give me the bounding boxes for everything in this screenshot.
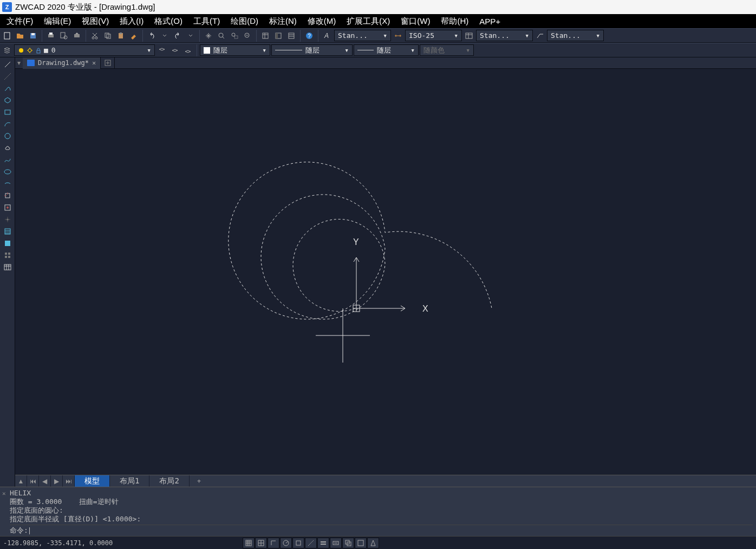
paste-button[interactable] — [115, 30, 127, 42]
otrack-toggle[interactable] — [305, 538, 317, 548]
gradient-tool[interactable] — [2, 237, 14, 249]
undo-button[interactable] — [146, 30, 158, 42]
layout1-tab[interactable]: 布局1 — [110, 475, 149, 487]
layer-previous-button[interactable] — [156, 44, 168, 56]
tab-last-button[interactable]: ⏭ — [63, 475, 75, 487]
hatch-tool[interactable] — [2, 225, 14, 237]
menu-file[interactable]: 文件(F) — [1, 15, 38, 28]
menu-window[interactable]: 窗口(W) — [395, 15, 435, 28]
arc-tool[interactable] — [2, 118, 14, 130]
drawing-canvas[interactable]: X Y — [15, 69, 756, 475]
layer-state-button[interactable] — [182, 44, 194, 56]
properties-button[interactable] — [259, 30, 271, 42]
lwt-toggle[interactable] — [317, 538, 329, 548]
menu-edit[interactable]: 编辑(E) — [38, 15, 76, 28]
dim-style-dropdown[interactable]: ISO-25 ▾ — [405, 30, 462, 41]
menu-dimension[interactable]: 标注(N) — [264, 15, 302, 28]
redo-button[interactable] — [172, 30, 184, 42]
add-layout-button[interactable]: + — [190, 475, 208, 487]
tab-prev-button[interactable]: ◀ — [39, 475, 51, 487]
insert-block-tool[interactable] — [2, 190, 14, 201]
document-tab[interactable]: Drawing1.dwg* ✕ — [23, 57, 101, 69]
table-tool[interactable] — [2, 261, 14, 273]
redo-dropdown[interactable] — [185, 30, 197, 42]
ellipse-arc-tool[interactable] — [2, 178, 14, 189]
revcloud-tool[interactable] — [2, 142, 14, 153]
layout-tab-bar: ▲ ⏮ ◀ ▶ ⏭ 模型 布局1 布局2 + — [15, 475, 756, 487]
table-style-dropdown[interactable]: Stan... ▾ — [476, 30, 533, 41]
layout2-tab[interactable]: 布局2 — [149, 475, 189, 487]
color-dropdown[interactable]: 随层 ▾ — [200, 44, 270, 56]
cycle-toggle[interactable] — [342, 538, 354, 548]
xline-tool[interactable] — [2, 70, 14, 82]
publish-button[interactable] — [71, 30, 83, 42]
new-tab-button[interactable] — [101, 57, 115, 69]
layer-manager-button[interactable] — [1, 44, 13, 56]
polygon-tool[interactable] — [2, 94, 14, 106]
matchprop-button[interactable] — [128, 30, 140, 42]
mleader-style-dropdown[interactable]: Stan... ▾ — [547, 30, 604, 41]
polar-toggle[interactable] — [280, 538, 292, 548]
close-icon[interactable]: ✕ — [92, 59, 96, 67]
save-button[interactable] — [27, 30, 39, 42]
zoom-previous-button[interactable] — [242, 30, 253, 42]
annoscale-toggle[interactable] — [367, 538, 379, 548]
zoom-realtime-button[interactable] — [216, 30, 227, 42]
menu-insert[interactable]: 插入(I) — [114, 15, 149, 28]
mleader-style-icon[interactable] — [534, 30, 546, 42]
circle-tool[interactable] — [2, 130, 14, 141]
make-block-tool[interactable] — [2, 202, 14, 213]
menu-tools[interactable]: 工具(T) — [188, 15, 225, 28]
model-tab[interactable]: 模型 — [75, 475, 110, 487]
doc-tab-handle[interactable]: ▾ — [15, 59, 23, 67]
menu-app[interactable]: APP+ — [474, 15, 506, 28]
cut-button[interactable] — [89, 30, 101, 42]
menu-draw[interactable]: 绘图(D) — [225, 15, 264, 28]
command-input[interactable]: 命令: — [10, 525, 753, 535]
open-button[interactable] — [14, 30, 26, 42]
print-button[interactable] — [45, 30, 57, 42]
copy-button[interactable] — [102, 30, 114, 42]
design-center-button[interactable] — [272, 30, 284, 42]
print-preview-button[interactable] — [58, 30, 70, 42]
zoom-window-button[interactable] — [229, 30, 240, 42]
linetype-dropdown[interactable]: 随层 ▾ — [271, 44, 353, 56]
snap-toggle[interactable] — [243, 538, 255, 548]
tab-next-button[interactable]: ▶ — [51, 475, 63, 487]
spline-tool[interactable] — [2, 154, 14, 165]
scroll-left-button[interactable]: ▲ — [15, 475, 27, 487]
menu-help[interactable]: 帮助(H) — [435, 15, 474, 28]
grid-toggle[interactable] — [255, 538, 267, 548]
undo-dropdown[interactable] — [159, 30, 171, 42]
dim-style-icon[interactable] — [392, 30, 404, 42]
command-close-icon[interactable]: ✕ — [2, 489, 6, 498]
lineweight-dropdown[interactable]: 随层 ▾ — [354, 44, 419, 56]
text-style-dropdown[interactable]: Stan... ▾ — [334, 30, 391, 41]
new-button[interactable] — [1, 30, 13, 42]
line-tool[interactable] — [2, 59, 14, 70]
pan-button[interactable] — [203, 30, 214, 42]
layer-dropdown[interactable]: ■ 0 ▾ — [14, 44, 155, 56]
tool-palette-button[interactable] — [285, 30, 297, 42]
layer-isolate-button[interactable] — [169, 44, 181, 56]
text-style-value: Stan... — [338, 31, 368, 40]
menu-express[interactable]: 扩展工具(X) — [341, 15, 395, 28]
osnap-toggle[interactable] — [292, 538, 304, 548]
polyline-tool[interactable] — [2, 82, 14, 94]
menu-format[interactable]: 格式(O) — [149, 15, 188, 28]
tab-first-button[interactable]: ⏮ — [27, 475, 39, 487]
menu-view[interactable]: 视图(V) — [76, 15, 114, 28]
menu-modify[interactable]: 修改(M) — [302, 15, 342, 28]
point-tool[interactable] — [2, 214, 14, 225]
coordinates-readout[interactable]: -128.9885, -335.4171, 0.0000 — [3, 539, 113, 547]
ortho-toggle[interactable] — [268, 538, 279, 548]
region-tool[interactable] — [2, 249, 14, 261]
plotstyle-dropdown[interactable]: 随颜色 ▾ — [420, 44, 474, 56]
rectangle-tool[interactable] — [2, 106, 14, 118]
table-style-icon[interactable] — [463, 30, 475, 42]
dyn-toggle[interactable] — [330, 538, 342, 548]
ellipse-tool[interactable] — [2, 166, 14, 177]
text-style-icon[interactable]: A — [321, 30, 333, 42]
help-button[interactable]: ? — [303, 30, 315, 42]
model-toggle[interactable] — [355, 538, 367, 548]
